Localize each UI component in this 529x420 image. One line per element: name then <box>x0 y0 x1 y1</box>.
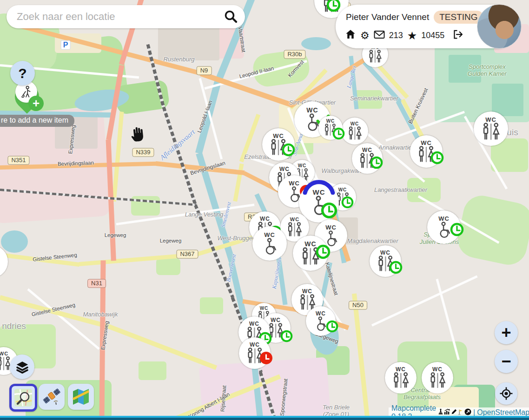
layers-icon <box>16 361 29 374</box>
marker-pictogram <box>391 372 410 389</box>
wc-marker-label: WC <box>302 289 312 294</box>
add-plus-button[interactable]: + <box>28 96 44 111</box>
wc-marker-label: WC <box>279 166 290 172</box>
man-woman-pictogram <box>347 126 363 141</box>
map[interactable]: Brugge- Sint-PietersRustenburgVaartstraa… <box>0 0 529 420</box>
crosshair-icon <box>499 387 513 400</box>
map-road <box>0 253 79 267</box>
marker-pictogram <box>367 50 383 64</box>
map-style-osm-button[interactable] <box>9 384 37 412</box>
man-woman-pictogram <box>367 50 383 64</box>
user-name: Pieter Vander Vennet <box>346 12 429 22</box>
wc-marker-label: WC <box>432 367 443 372</box>
wc-marker-label: WC <box>438 216 450 222</box>
wc-marker[interactable]: WC <box>422 362 453 394</box>
zoom-in-button[interactable]: + <box>495 321 518 344</box>
wc-marker-label: WC <box>350 122 359 126</box>
map-area <box>492 84 523 116</box>
wc-marker-label: WC <box>325 224 337 230</box>
osm-magnifier-icon <box>13 388 33 407</box>
map-road <box>0 295 108 328</box>
open-badge <box>332 127 345 140</box>
open-badge <box>321 202 337 219</box>
satellite-icon <box>42 387 61 407</box>
home-icon[interactable] <box>345 29 356 42</box>
open-badge <box>316 244 331 259</box>
wc-marker-label: WC <box>290 217 299 222</box>
open-badge <box>430 151 444 164</box>
messages-count: 213 <box>389 31 403 40</box>
man-woman-pictogram <box>0 256 1 273</box>
wc-marker-label: WC <box>485 117 496 123</box>
map-area <box>1 230 28 253</box>
open-badge <box>280 330 293 342</box>
wc-marker-label: WC <box>380 250 390 256</box>
selected-marker-arc <box>302 173 336 197</box>
add-item-tooltip: re to add a new item <box>0 115 74 127</box>
wc-marker-label: WC <box>362 147 372 153</box>
user-avatar[interactable] <box>477 4 522 49</box>
wc-marker-label: WC <box>260 216 270 222</box>
wc-marker[interactable]: WC <box>341 118 368 144</box>
wc-marker-label: WC <box>396 367 406 372</box>
mail-icon[interactable] <box>374 30 385 41</box>
hand-cursor-icon <box>130 125 146 144</box>
map-area <box>158 27 219 60</box>
mapcomplete-app: Brugge- Sint-PietersRustenburgVaartstraa… <box>0 0 529 420</box>
map-road <box>233 163 244 201</box>
open-badge <box>282 143 295 157</box>
layers-button[interactable] <box>10 354 34 379</box>
help-label: ? <box>18 66 26 81</box>
wc-marker-label: WC <box>338 188 347 192</box>
wc-marker-label: WC <box>249 321 259 327</box>
map-style-classic-button[interactable] <box>68 384 94 410</box>
geolocate-button[interactable] <box>495 382 517 405</box>
wc-marker-label: WC <box>289 180 300 186</box>
star-icon[interactable]: ★ <box>407 29 417 42</box>
map-area <box>301 37 331 50</box>
marker-pictogram <box>260 238 280 256</box>
man-woman-pictogram <box>286 222 303 237</box>
map-area <box>139 361 166 380</box>
wc-marker-label: WC <box>326 119 335 124</box>
toilet-wrench-icon <box>20 85 33 99</box>
wc-marker-label: WC <box>260 306 269 311</box>
open-badge <box>326 0 341 12</box>
man-woman-pictogram <box>391 372 410 389</box>
marker-pictogram <box>481 123 501 141</box>
wc-marker-label: WC <box>273 133 284 139</box>
closed-badge <box>259 351 273 365</box>
map-style-satellite-button[interactable] <box>39 384 65 410</box>
wc-marker[interactable]: WC <box>252 226 287 261</box>
map-road <box>352 293 370 420</box>
wheelchair-pictogram <box>260 238 280 256</box>
wc-marker[interactable]: WC <box>474 112 508 146</box>
help-button[interactable]: ? <box>10 61 35 85</box>
plus-icon: + <box>501 323 511 342</box>
wc-marker-label: WC <box>298 164 307 168</box>
minus-icon: − <box>501 352 511 371</box>
stars-count: 10455 <box>421 31 444 40</box>
search-input[interactable] <box>7 11 224 23</box>
wc-marker-label: WC <box>421 140 432 146</box>
map-area <box>455 192 529 268</box>
gear-icon[interactable]: ⚙ <box>360 30 370 42</box>
wc-marker-label: WC <box>264 232 275 238</box>
wc-marker-label: WC <box>316 311 326 316</box>
user-name-row: Pieter Vander Vennet TESTING <box>346 11 483 24</box>
open-badge <box>341 196 354 209</box>
wc-marker[interactable]: WC <box>385 362 417 394</box>
wc-marker-label: WC <box>250 342 260 348</box>
logout-icon[interactable] <box>452 29 463 42</box>
map-area <box>354 90 382 109</box>
testing-badge: TESTING <box>434 11 483 24</box>
zoom-out-button[interactable]: − <box>495 350 518 373</box>
search-icon[interactable] <box>224 9 238 24</box>
marker-pictogram <box>428 372 447 389</box>
map-area <box>200 297 223 314</box>
map-label: N339 <box>132 148 154 157</box>
wc-marker-label: WC <box>0 351 8 356</box>
wc-marker-label: WC <box>271 317 281 323</box>
open-badge <box>389 261 403 274</box>
map-road <box>239 113 260 162</box>
